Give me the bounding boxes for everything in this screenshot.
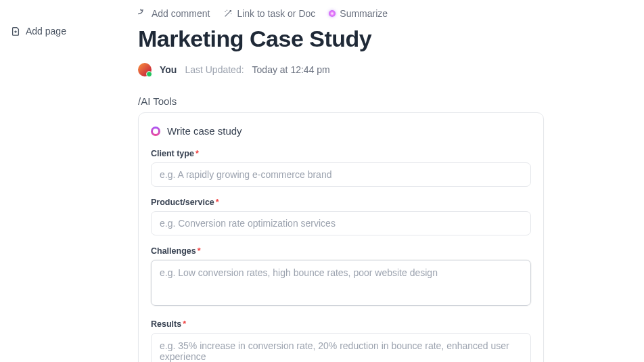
product-service-input[interactable] bbox=[151, 211, 531, 235]
results-input[interactable] bbox=[151, 333, 531, 362]
meta-row: You Last Updated: Today at 12:44 pm bbox=[138, 63, 628, 76]
challenges-input[interactable] bbox=[151, 260, 531, 306]
client-type-input[interactable] bbox=[151, 162, 531, 187]
results-label: Results* bbox=[151, 319, 531, 329]
author-name: You bbox=[160, 64, 177, 75]
panel-header: Write case study bbox=[151, 125, 531, 137]
toolbar: Add comment Link to task or Doc Summariz… bbox=[138, 8, 628, 19]
link-task-button[interactable]: Link to task or Doc bbox=[223, 8, 315, 19]
add-comment-button[interactable]: Add comment bbox=[138, 8, 210, 19]
challenges-label: Challenges* bbox=[151, 246, 531, 256]
updated-value: Today at 12:44 pm bbox=[252, 64, 330, 75]
wand-icon bbox=[223, 9, 233, 18]
updated-label: Last Updated: bbox=[185, 64, 244, 75]
page-title: Marketing Case Study bbox=[138, 26, 628, 52]
add-page-label: Add page bbox=[26, 26, 66, 37]
ai-tools-trigger[interactable]: /AI Tools bbox=[138, 95, 628, 107]
panel-title: Write case study bbox=[167, 125, 242, 137]
client-type-label: Client type* bbox=[151, 149, 531, 158]
product-service-label: Product/service* bbox=[151, 198, 531, 207]
ai-icon bbox=[151, 127, 160, 136]
avatar[interactable] bbox=[138, 63, 152, 76]
spark-icon bbox=[329, 10, 336, 17]
add-comment-label: Add comment bbox=[152, 8, 210, 19]
add-page-button[interactable]: Add page bbox=[11, 26, 111, 37]
summarize-button[interactable]: Summarize bbox=[329, 8, 388, 19]
summarize-label: Summarize bbox=[340, 8, 388, 19]
link-task-label: Link to task or Doc bbox=[237, 8, 315, 19]
ai-panel: Write case study Client type* Product/se… bbox=[138, 112, 544, 362]
comment-icon bbox=[138, 9, 147, 18]
add-page-icon bbox=[11, 26, 20, 36]
